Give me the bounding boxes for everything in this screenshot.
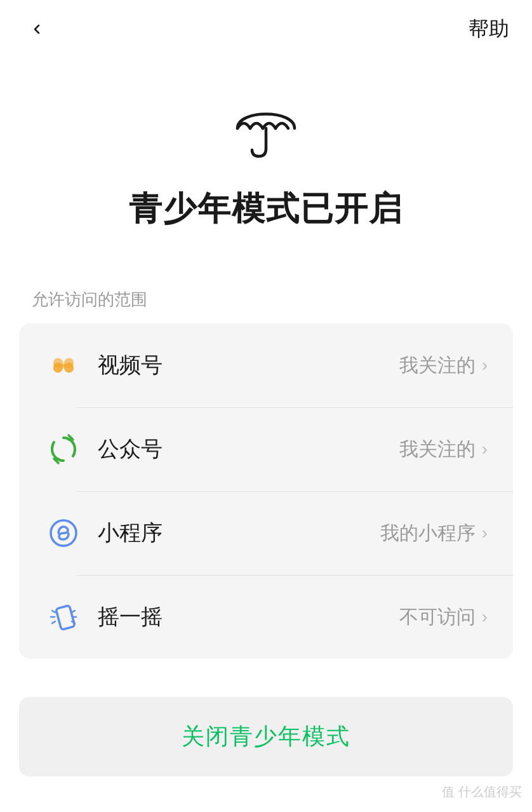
bottom-area: 关闭青少年模式	[19, 697, 513, 776]
watermark: 值 什么值得买	[442, 783, 522, 801]
xiaochengxu-label: 小程序	[98, 518, 380, 548]
list-item-yaoyiyao[interactable]: 摇一摇 不可访问 ›	[19, 575, 513, 659]
svg-line-3	[52, 611, 55, 612]
gongzhong-value: 我关注的	[399, 436, 475, 463]
gongzhong-icon	[44, 430, 83, 468]
section-label: 允许访问的范围	[32, 288, 532, 311]
shipin-value: 我关注的	[399, 353, 475, 379]
list-item-xiaochengxu[interactable]: 小程序 我的小程序 ›	[19, 491, 513, 575]
svg-line-6	[72, 611, 75, 612]
xiaochengxu-chevron-icon: ›	[482, 523, 488, 543]
header: 帮助	[0, 0, 532, 53]
svg-line-5	[52, 621, 55, 623]
list-item-shipin[interactable]: 视频号 我关注的 ›	[19, 323, 513, 407]
shipin-chevron-icon: ›	[482, 355, 488, 376]
gongzhong-label: 公众号	[98, 435, 399, 464]
yaoyiyao-chevron-icon: ›	[482, 607, 488, 627]
yaoyiyao-value: 不可访问	[399, 604, 475, 630]
shipin-icon	[44, 346, 83, 384]
page-title: 青少年模式已开启	[129, 187, 403, 231]
yaoyiyao-icon	[44, 598, 83, 636]
gongzhong-chevron-icon: ›	[482, 439, 488, 459]
list-item-gongzhong[interactable]: 公众号 我关注的 ›	[19, 407, 513, 491]
yaoyiyao-label: 摇一摇	[98, 602, 399, 632]
hero-section: 青少年模式已开启	[0, 53, 532, 257]
help-button[interactable]: 帮助	[469, 15, 509, 43]
xiaochengxu-icon	[44, 514, 83, 552]
shipin-label: 视频号	[98, 351, 399, 380]
umbrella-icon	[231, 91, 301, 161]
close-teen-mode-button[interactable]: 关闭青少年模式	[19, 697, 513, 776]
access-list: 视频号 我关注的 › 公众号 我关注的 ›	[19, 323, 513, 659]
xiaochengxu-value: 我的小程序	[380, 520, 475, 546]
back-button[interactable]	[23, 15, 51, 43]
